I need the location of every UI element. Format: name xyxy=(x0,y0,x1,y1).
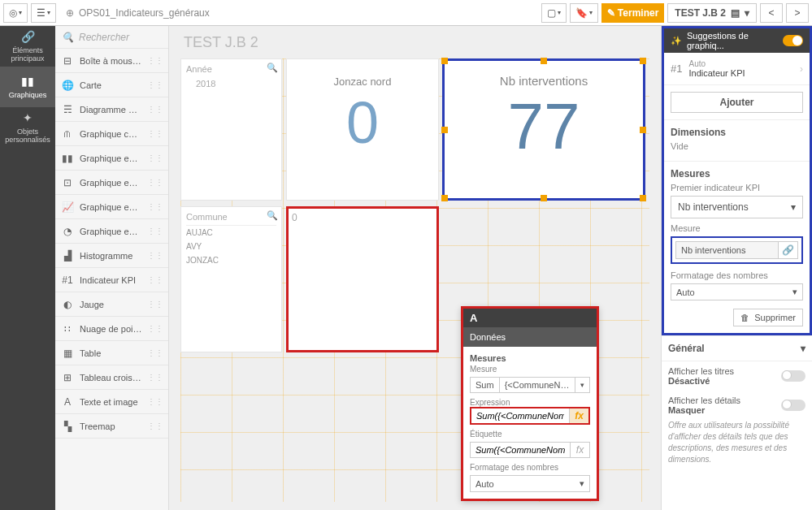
asset-item[interactable]: ▦Table⋮⋮ xyxy=(55,341,168,365)
drag-handle-icon: ⋮⋮ xyxy=(147,227,163,236)
search-icon[interactable]: 🔍 xyxy=(267,210,278,221)
expression-input[interactable] xyxy=(471,408,569,423)
asset-item[interactable]: ⊟Boîte à mousta...⋮⋮ xyxy=(55,49,168,73)
props-format-value: Auto xyxy=(676,287,695,297)
filter-commune[interactable]: 🔍 Commune AUJACAVYJONZAC xyxy=(180,206,282,352)
asset-label: Boîte à mousta... xyxy=(80,56,142,66)
properties-panel: ✨ Suggestions de graphiq... #1 Auto Indi… xyxy=(661,26,812,510)
chart-type-icon: ▮▮ xyxy=(60,153,75,164)
list-dropdown[interactable]: ☰▾ xyxy=(31,3,56,23)
supprimer-button[interactable]: 🗑 Supprimer xyxy=(733,309,803,326)
rail-elements[interactable]: 🔗 Éléments principaux xyxy=(0,26,55,67)
globe-icon: ⊕ xyxy=(66,7,74,19)
asset-item[interactable]: ATexte et image⋮⋮ xyxy=(55,390,168,414)
drag-handle-icon: ⋮⋮ xyxy=(147,397,163,406)
resize-handle[interactable] xyxy=(541,195,547,201)
asset-item[interactable]: #1Indicateur KPI⋮⋮ xyxy=(55,268,168,292)
rail-objets[interactable]: ✦ Objets personnalisés xyxy=(0,107,55,148)
asset-label: Table xyxy=(80,348,142,358)
resize-handle[interactable] xyxy=(640,127,646,133)
rail-graphiques[interactable]: ▮▮ Graphiques xyxy=(0,67,55,107)
chart-type-icon: ▟ xyxy=(60,250,75,261)
asset-item[interactable]: ⊞Tableau croisé...⋮⋮ xyxy=(55,365,168,390)
suggestions-header: ✨ Suggestions de graphiq... xyxy=(664,28,810,53)
chart-type-row[interactable]: #1 Auto Indicateur KPI › xyxy=(664,53,810,85)
sum-dropdown[interactable]: Sum {<CommuneNom={... ▾ xyxy=(470,377,590,393)
bookmark-dropdown[interactable]: 🔖▾ xyxy=(570,3,598,23)
kpi-jonzac[interactable]: Jonzac nord 0 xyxy=(286,58,439,201)
drag-handle-icon: ⋮⋮ xyxy=(147,56,163,65)
asset-search[interactable]: 🔍 Rechercher xyxy=(55,26,168,49)
kpi-label: Indicateur KPI xyxy=(688,68,793,78)
puzzle-icon: ✦ xyxy=(23,111,33,124)
suggestions-toggle[interactable] xyxy=(783,35,803,46)
asset-item[interactable]: ▟Histogramme⋮⋮ xyxy=(55,244,168,268)
filter-year[interactable]: 🔍 Année 2018 xyxy=(180,58,282,201)
measure-accordion[interactable]: Nb interventions ▾ xyxy=(671,196,803,218)
asset-item[interactable]: ∷Nuage de points⋮⋮ xyxy=(55,317,168,341)
search-icon[interactable]: 🔍 xyxy=(267,63,278,73)
year-value: 2018 xyxy=(196,79,276,89)
props-format-select[interactable]: Auto ▾ xyxy=(671,283,803,300)
format-select[interactable]: Auto ▾ xyxy=(470,475,590,492)
etiquette-input[interactable] xyxy=(471,443,570,457)
asset-item[interactable]: ◔Graphique en s...⋮⋮ xyxy=(55,219,168,244)
measure-link-row[interactable]: Nb interventions 🔗 xyxy=(675,241,798,259)
asset-label: Treemap xyxy=(80,421,142,431)
jonzac-title: Jonzac nord xyxy=(334,76,392,88)
present-dropdown[interactable]: ▢▾ xyxy=(541,3,567,23)
next-sheet-button[interactable]: > xyxy=(786,3,809,23)
expression-input-row: fx xyxy=(470,407,590,425)
sheet-selector[interactable]: TEST J.B 2 ▤ ▾ xyxy=(667,3,757,23)
fx-button[interactable]: fx xyxy=(570,443,589,457)
popover-tab-donnees[interactable]: Données xyxy=(463,327,597,347)
details-switch[interactable] xyxy=(781,400,805,411)
prev-sheet-button[interactable]: < xyxy=(760,3,783,23)
asset-label: Graphique com... xyxy=(80,129,142,139)
search-placeholder: Rechercher xyxy=(79,32,129,43)
sheet-name: TEST J.B 2 xyxy=(675,7,726,19)
resize-handle[interactable] xyxy=(640,58,646,64)
asset-item[interactable]: ▮▮Graphique en b...⋮⋮ xyxy=(55,146,168,171)
general-accordion[interactable]: Général ▾ xyxy=(662,335,812,361)
titres-value: Désactivé xyxy=(668,376,734,386)
kpi-empty-red[interactable]: 0 xyxy=(286,206,439,352)
chart-type-icon: ☴ xyxy=(60,104,75,115)
doc-title: ⊕ OPS01_Indicateurs_généraux xyxy=(66,7,210,19)
drag-handle-icon: ⋮⋮ xyxy=(147,251,163,260)
kpi-nb-interventions[interactable]: Nb interventions 77 xyxy=(442,58,645,201)
etiquette-label: Étiquette xyxy=(470,430,590,439)
drag-handle-icon: ⋮⋮ xyxy=(147,178,163,187)
chevron-right-icon: › xyxy=(800,63,803,75)
popover-a-label: A xyxy=(470,312,477,324)
asset-item[interactable]: ☴Diagramme de...⋮⋮ xyxy=(55,97,168,122)
commune-row[interactable]: AUJAC xyxy=(186,226,276,240)
ajouter-button[interactable]: Ajouter xyxy=(671,92,803,113)
resize-handle[interactable] xyxy=(441,58,448,64)
asset-panel: 🔍 Rechercher ⊟Boîte à mousta...⋮⋮🌐Carte⋮… xyxy=(55,26,169,510)
titres-switch[interactable] xyxy=(781,370,805,382)
popover-header[interactable]: A xyxy=(463,306,597,327)
terminer-label: Terminer xyxy=(618,7,658,19)
chart-type-icon: ▚ xyxy=(60,421,75,432)
resize-handle[interactable] xyxy=(640,195,646,201)
general-label: Général xyxy=(668,343,705,354)
asset-item[interactable]: ⫙Graphique com...⋮⋮ xyxy=(55,122,168,146)
commune-row[interactable]: JONZAC xyxy=(186,253,276,267)
asset-item[interactable]: 📈Graphique en c...⋮⋮ xyxy=(55,195,168,219)
asset-item[interactable]: ◐Jauge⋮⋮ xyxy=(55,292,168,317)
fx-button[interactable]: fx xyxy=(569,408,588,423)
link-icon: 🔗 xyxy=(21,30,35,43)
asset-item[interactable]: ▚Treemap⋮⋮ xyxy=(55,414,168,439)
resize-handle[interactable] xyxy=(441,195,448,201)
insight-dropdown[interactable]: ◎▾ xyxy=(3,3,28,23)
kpi-hash-icon: #1 xyxy=(671,63,682,75)
asset-item[interactable]: ⊡Graphique en c...⋮⋮ xyxy=(55,171,168,195)
chart-type-icon: ⊡ xyxy=(60,177,75,188)
commune-row[interactable]: AVY xyxy=(186,240,276,253)
asset-item[interactable]: 🌐Carte⋮⋮ xyxy=(55,73,168,97)
asset-label: Histogramme xyxy=(80,251,142,261)
terminer-button[interactable]: ✎ Terminer xyxy=(601,3,665,23)
resize-handle[interactable] xyxy=(441,127,448,133)
resize-handle[interactable] xyxy=(541,58,547,64)
